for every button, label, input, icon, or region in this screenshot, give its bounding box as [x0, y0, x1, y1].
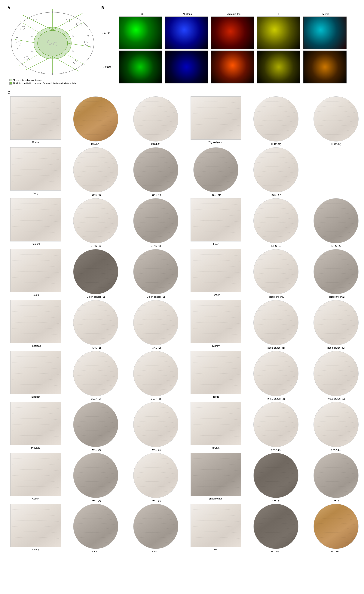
tissue-item-13: STAD (1)	[68, 198, 124, 247]
tissue-item-16: LIHC (1)	[248, 198, 304, 247]
tissue-img-46	[253, 453, 298, 498]
fluor-cell-1-2	[211, 51, 254, 83]
tissue-img-48	[10, 504, 61, 547]
svg-line-22	[64, 21, 86, 34]
tissue-label-7: LUAD (1)	[91, 194, 101, 196]
tissue-label-17: LIHC (2)	[331, 244, 341, 247]
svg-point-7	[65, 19, 70, 23]
svg-line-15	[26, 56, 53, 69]
tissue-img-1	[73, 96, 118, 142]
tissue-item-44: CESC (2)	[128, 453, 184, 502]
tissue-img-45	[191, 453, 241, 496]
tissue-label-32: BLCA (2)	[151, 397, 161, 400]
tissue-item-47: UCEC (2)	[308, 453, 364, 502]
tissue-item-49: OV (1)	[68, 504, 124, 553]
fluor-cell-1-3	[257, 51, 300, 83]
tissue-label-21: Rectum	[212, 294, 220, 296]
tissue-item-30: Bladder	[7, 351, 64, 400]
fluor-cell-0-2	[211, 17, 254, 49]
tissue-label-9: LUSC (1)	[211, 194, 221, 196]
tissue-img-38	[133, 402, 178, 447]
tissue-img-2	[133, 96, 178, 142]
svg-point-27	[31, 50, 33, 52]
tissue-img-16	[253, 198, 298, 243]
tissue-item-25: PAAD (1)	[68, 300, 124, 349]
tissue-img-29	[313, 300, 358, 345]
tissue-label-8: LUAD (2)	[151, 194, 161, 196]
tissue-grid: CortexGBM (1)GBM (2)Thyroid glandTHCA (1…	[7, 96, 357, 553]
panel-b-label: B	[101, 6, 357, 10]
tissue-img-41	[313, 402, 358, 447]
tissue-img-42	[10, 453, 61, 496]
tissue-label-49: OV (1)	[92, 550, 99, 553]
tissue-label-51: Skin	[213, 548, 218, 551]
tissue-img-26	[133, 300, 178, 345]
svg-point-29	[52, 12, 53, 13]
tissue-label-1: GBM (1)	[91, 143, 100, 145]
tissue-item-26: PAAD (2)	[128, 300, 184, 349]
svg-point-32	[87, 35, 89, 36]
tissue-item-3: Thyroid gland	[188, 96, 244, 145]
tissue-item-8: LUAD (2)	[128, 147, 184, 196]
tissue-img-5	[313, 96, 358, 142]
fluor-cell-1-0	[119, 51, 162, 83]
tissue-item-38: PRAD (2)	[128, 402, 184, 451]
col-header-er: ER	[257, 13, 302, 15]
svg-point-1	[20, 26, 26, 31]
tissue-label-15: Liver	[213, 243, 218, 245]
tissue-img-36	[10, 402, 61, 445]
svg-line-14	[53, 13, 83, 30]
tissue-label-5: THCA (2)	[331, 143, 341, 145]
tissue-img-51	[191, 504, 241, 547]
tissue-label-40: BRCA (1)	[271, 448, 281, 451]
tissue-item-46: UCEC (1)	[248, 453, 304, 502]
tissue-item-36: Prostate	[7, 402, 64, 451]
tissue-label-31: BLCA (1)	[91, 397, 101, 400]
tissue-label-30: Bladder	[32, 395, 40, 398]
panel-b: B TPX2 Nucleus Microtubules ER Merge RH-…	[101, 6, 357, 85]
tissue-label-37: PRAD (1)	[91, 448, 101, 451]
panel-c: C CortexGBM (1)GBM (2)Thyroid glandTHCA …	[7, 90, 357, 553]
svg-point-3	[84, 40, 89, 46]
svg-point-4	[23, 56, 29, 61]
tissue-label-33: Testis	[213, 395, 219, 398]
tissue-img-13	[73, 198, 118, 243]
tissue-label-26: PAAD (2)	[151, 346, 161, 349]
tissue-item-7: LUAD (1)	[68, 147, 124, 196]
svg-point-28	[72, 50, 74, 52]
tissue-item-20: Colon cancer (2)	[128, 249, 184, 298]
tissue-item-32: BLCA (2)	[128, 351, 184, 400]
tissue-img-44	[133, 453, 178, 498]
fluor-cell-1-4	[303, 51, 347, 83]
tissue-item-51: Skin	[188, 504, 244, 553]
tissue-label-0: Cortex	[32, 141, 39, 144]
tissue-label-20: Colon cancer (2)	[147, 295, 165, 298]
tissue-img-31	[73, 351, 118, 396]
tissue-img-0	[10, 96, 61, 140]
row-label-0: RH-30	[102, 17, 118, 49]
tissue-img-32	[133, 351, 178, 396]
tissue-img-47	[313, 453, 358, 498]
tissue-img-34	[253, 351, 298, 396]
tissue-img-49	[73, 504, 118, 549]
tissue-label-47: UCEC (2)	[331, 499, 341, 502]
tissue-img-27	[191, 300, 241, 343]
tissue-item-34: Testis cancer (1)	[248, 351, 304, 400]
tissue-label-3: Thyroid gland	[209, 141, 223, 144]
tissue-item-9: LUSC (1)	[188, 147, 244, 196]
tissue-item-5: THCA (2)	[308, 96, 364, 145]
tissue-label-34: Testis cancer (1)	[267, 397, 285, 400]
svg-point-30	[63, 13, 64, 14]
tissue-item-52: SKCM (1)	[248, 504, 304, 553]
tissue-img-20	[133, 249, 178, 294]
col-header-nucleus: Nucleus	[165, 13, 210, 15]
tissue-label-27: Kidney	[212, 344, 220, 347]
tissue-label-13: STAD (1)	[91, 244, 101, 247]
svg-point-31	[41, 13, 42, 14]
tissue-img-3	[191, 96, 241, 140]
tissue-label-43: CESC (1)	[91, 499, 101, 502]
tissue-img-8	[133, 147, 178, 192]
panel-a: A	[7, 6, 98, 85]
svg-point-10	[38, 30, 68, 56]
tissue-item-17: LIHC (2)	[308, 198, 364, 247]
